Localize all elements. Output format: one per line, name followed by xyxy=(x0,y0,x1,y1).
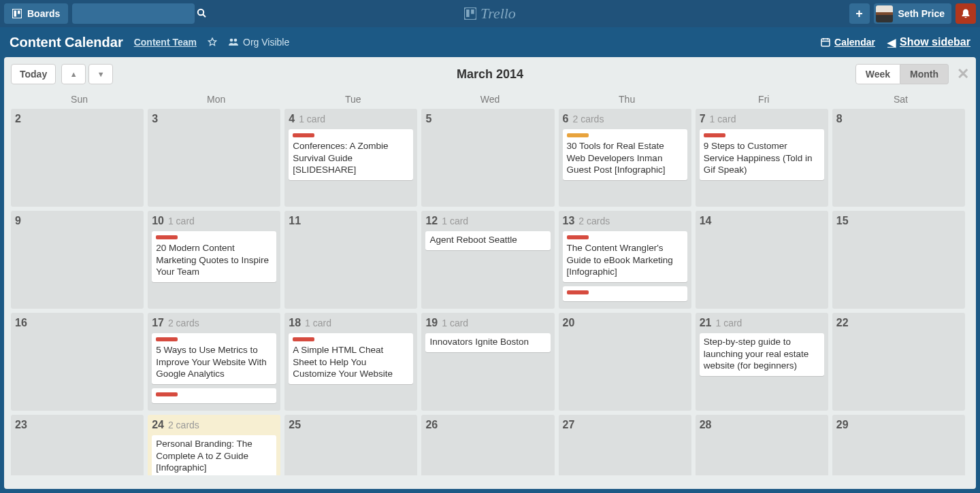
visibility-text: Org Visible xyxy=(243,37,289,48)
brand-logo[interactable]: Trello xyxy=(464,5,516,22)
topbar: Boards Trello + Seth Price xyxy=(0,0,980,27)
board-bar-right: Calendar ◀ Show sidebar xyxy=(821,36,970,49)
search-input-wrap[interactable] xyxy=(72,3,195,24)
create-button[interactable]: + xyxy=(849,3,870,24)
org-icon xyxy=(228,37,239,47)
svg-rect-5 xyxy=(464,7,476,20)
user-menu-button[interactable]: Seth Price xyxy=(874,3,951,24)
topbar-right: + Seth Price xyxy=(849,3,976,24)
svg-line-4 xyxy=(203,14,206,17)
triangle-left-icon: ◀ xyxy=(887,36,896,49)
avatar xyxy=(876,5,893,22)
team-link[interactable]: Content Team xyxy=(134,37,197,48)
svg-rect-1 xyxy=(14,11,17,17)
plus-icon: + xyxy=(855,7,863,21)
trello-icon xyxy=(464,7,476,20)
show-sidebar-label: Show sidebar xyxy=(900,36,970,48)
boards-label: Boards xyxy=(27,8,60,19)
svg-point-3 xyxy=(198,9,203,14)
calendar-icon xyxy=(821,37,830,47)
boards-button[interactable]: Boards xyxy=(4,3,68,24)
search-icon xyxy=(197,8,206,20)
calendar-label: Calendar xyxy=(834,37,875,48)
notifications-button[interactable] xyxy=(956,3,976,24)
show-sidebar-button[interactable]: ◀ Show sidebar xyxy=(887,36,970,49)
topbar-left: Boards xyxy=(4,3,195,24)
brand-text: Trello xyxy=(480,5,516,22)
boards-icon xyxy=(12,9,22,18)
svg-point-9 xyxy=(234,39,238,42)
svg-rect-10 xyxy=(821,39,830,46)
svg-rect-6 xyxy=(466,10,470,17)
svg-point-8 xyxy=(230,39,233,42)
visibility-indicator[interactable]: Org Visible xyxy=(228,37,289,48)
svg-rect-2 xyxy=(18,11,20,14)
user-name: Seth Price xyxy=(898,8,945,19)
svg-rect-7 xyxy=(471,10,474,14)
bell-icon xyxy=(960,8,971,19)
star-icon xyxy=(208,37,217,47)
search-input[interactable] xyxy=(78,8,197,19)
star-button[interactable] xyxy=(208,37,217,47)
calendar-powerup-button[interactable]: Calendar xyxy=(821,37,875,48)
board-bar: Content Calendar Content Team Org Visibl… xyxy=(0,27,980,57)
board-name: Content Calendar xyxy=(10,35,123,50)
svg-rect-0 xyxy=(12,9,22,18)
